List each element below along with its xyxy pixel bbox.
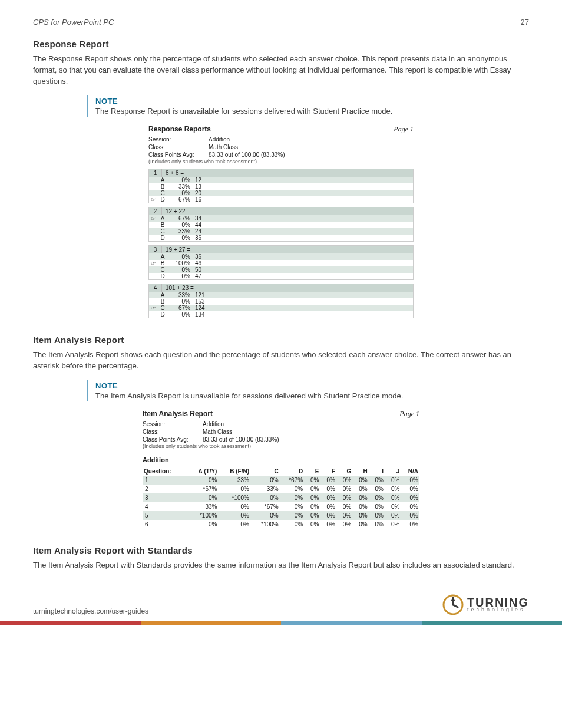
table-cell: 1 — [143, 476, 187, 485]
table-cell: 0% — [280, 511, 304, 520]
option-letter: C — [157, 190, 168, 196]
answer-option: D0%134 — [149, 311, 413, 318]
option-percent: 0% — [168, 177, 193, 183]
option-percent: 67% — [168, 215, 193, 222]
table-cell: 0% — [320, 476, 336, 485]
page-footer: turningtechnologies.com/user-guides TURN… — [0, 594, 562, 625]
question-number: 4 — [149, 284, 162, 292]
table-cell: 0% — [218, 520, 250, 529]
answer-option: ☞B100%46 — [149, 260, 413, 266]
fig2-page: Page 1 — [399, 410, 419, 419]
option-value: 16 — [193, 196, 201, 203]
option-letter: C — [157, 266, 168, 273]
answer-option: D0%36 — [149, 235, 413, 241]
table-column-header: E — [304, 467, 320, 476]
table-cell: 0% — [320, 511, 336, 520]
fig1-title: Response Reports — [148, 125, 211, 134]
response-report-body: The Response Report shows only the perce… — [33, 54, 529, 87]
table-cell: 0% — [320, 520, 336, 529]
table-cell: 0% — [352, 493, 368, 502]
table-cell: 0% — [385, 493, 401, 502]
table-cell: 0% — [187, 476, 218, 485]
note-label: NOTE — [95, 97, 529, 106]
option-value: 24 — [193, 228, 201, 235]
correct-marker: ☞ — [149, 305, 157, 311]
table-cell: 0% — [401, 511, 419, 520]
table-row: 30%*100%0%0%0%0%0%0%0%0%0% — [143, 493, 419, 502]
table-cell: 4 — [143, 502, 187, 511]
table-cell: 2 — [143, 485, 187, 493]
note-box: NOTE The Response Report is unavailable … — [87, 95, 529, 117]
table-column-header: G — [336, 467, 352, 476]
fig2-title: Item Analysis Report — [143, 410, 213, 419]
item-analysis-standards-body: The Item Analysis Report with Standards … — [33, 560, 529, 571]
option-percent: 0% — [168, 311, 193, 318]
option-letter: C — [157, 228, 168, 235]
answer-option: A0%12 — [149, 177, 413, 183]
item-analysis-figure: Item Analysis Report Page 1 Session:Addi… — [143, 410, 419, 529]
option-letter: D — [157, 273, 168, 279]
option-percent: 33% — [168, 183, 193, 190]
option-value: 13 — [193, 183, 201, 190]
option-value: 12 — [193, 177, 201, 183]
item-analysis-heading: Item Analysis Report — [33, 335, 529, 345]
table-cell: 0% — [369, 520, 385, 529]
table-cell: 0% — [320, 485, 336, 493]
question-text: 12 + 22 = — [162, 207, 194, 215]
note-label-2: NOTE — [95, 381, 529, 390]
table-cell: 0% — [369, 476, 385, 485]
table-cell: 0% — [369, 511, 385, 520]
option-percent: 33% — [168, 228, 193, 235]
footer-url: turningtechnologies.com/user-guides — [33, 607, 148, 615]
option-percent: 0% — [168, 253, 193, 260]
fig2-meta: Session:Addition Class:Math Class Class … — [143, 420, 419, 450]
option-percent: 67% — [168, 196, 193, 203]
table-column-header: C — [250, 467, 280, 476]
question-block: 212 + 22 =☞A67%34B0%44C33%24D0%36 — [148, 207, 414, 242]
table-cell: 0% — [218, 511, 250, 520]
table-cell: 0% — [352, 476, 368, 485]
table-cell: 0% — [401, 493, 419, 502]
answer-option: ☞A67%34 — [149, 215, 413, 222]
item-analysis-standards-heading: Item Analysis Report with Standards — [33, 545, 529, 555]
answer-option: A33%121 — [149, 292, 413, 298]
correct-marker — [149, 183, 157, 190]
table-cell: 0% — [304, 511, 320, 520]
table-cell: 0% — [385, 502, 401, 511]
answer-option: C33%24 — [149, 228, 413, 235]
question-block: 18 + 8 =A0%12B33%13C0%20☞D67%16 — [148, 169, 414, 203]
table-cell: 0% — [385, 520, 401, 529]
table-cell: 0% — [369, 485, 385, 493]
answer-option: B33%13 — [149, 183, 413, 190]
option-letter: D — [157, 235, 168, 241]
table-cell: 0% — [336, 493, 352, 502]
answer-option: C0%20 — [149, 190, 413, 196]
question-text: 8 + 8 = — [162, 169, 187, 177]
note-box-2: NOTE The Item Analysis Report is unavail… — [87, 380, 529, 401]
answer-option: D0%47 — [149, 273, 413, 279]
table-cell: 0% — [304, 520, 320, 529]
option-value: 47 — [193, 273, 201, 279]
table-column-header: N/A — [401, 467, 419, 476]
option-percent: 0% — [168, 273, 193, 279]
table-cell: *67% — [250, 502, 280, 511]
table-cell: *100% — [218, 493, 250, 502]
option-value: 20 — [193, 190, 201, 196]
table-cell: 0% — [336, 485, 352, 493]
table-column-header: A (T/Y) — [187, 467, 218, 476]
option-value: 34 — [193, 215, 201, 222]
table-row: 2*67%0%33%0%0%0%0%0%0%0%0% — [143, 485, 419, 493]
table-column-header: B (F/N) — [218, 467, 250, 476]
option-percent: 0% — [168, 235, 193, 241]
correct-marker — [149, 266, 157, 273]
logo-text-small: technologies — [467, 608, 529, 612]
option-value: 153 — [193, 298, 205, 305]
table-cell: 0% — [336, 476, 352, 485]
question-number: 1 — [149, 169, 162, 177]
turning-logo: TURNING technologies — [442, 594, 529, 615]
question-block: 4101 + 23 =A33%121B0%153☞C67%124D0%134 — [148, 284, 414, 318]
note-body-2: The Item Analysis Report is unavailable … — [95, 391, 529, 400]
table-cell: 0% — [218, 502, 250, 511]
question-text: 101 + 23 = — [162, 284, 197, 292]
table-cell: 0% — [401, 476, 419, 485]
